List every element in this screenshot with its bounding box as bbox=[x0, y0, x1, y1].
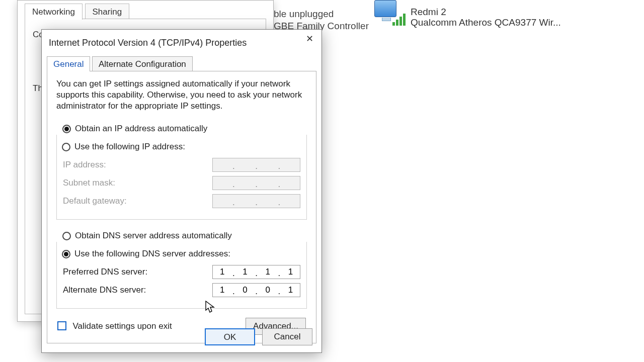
ipv4-properties-dialog: Internet Protocol Version 4 (TCP/IPv4) P… bbox=[41, 29, 322, 353]
alternate-dns-label: Alternate DNS server: bbox=[63, 285, 146, 295]
close-button[interactable]: ✕ bbox=[297, 30, 321, 50]
default-gateway-input: . . . bbox=[212, 194, 300, 208]
tab-page-general: You can get IP settings assigned automat… bbox=[47, 71, 316, 343]
radio-obtain-dns-auto[interactable]: Obtain DNS server address automatically bbox=[62, 229, 307, 243]
dialog-title: Internet Protocol Version 4 (TCP/IPv4) P… bbox=[42, 30, 321, 48]
subnet-mask-input: . . . bbox=[212, 176, 300, 190]
bg-connection-status: ble unplugged GBE Family Controller bbox=[274, 8, 369, 32]
ip-address-input: . . . bbox=[212, 158, 300, 172]
ip-address-label: IP address: bbox=[63, 160, 106, 170]
preferred-dns-label: Preferred DNS server: bbox=[63, 267, 147, 277]
wifi-connection-text: Redmi 2 Qualcomm Atheros QCA9377 Wir... bbox=[411, 7, 561, 28]
radio-icon bbox=[62, 125, 71, 133]
preferred-dns-input[interactable]: 1. 1. 1. 1 bbox=[212, 265, 300, 279]
radio-icon bbox=[62, 232, 71, 240]
description-text: You can get IP settings assigned automat… bbox=[56, 78, 307, 112]
radio-icon bbox=[62, 250, 70, 258]
radio-label: Use the following IP address: bbox=[74, 142, 185, 152]
close-icon: ✕ bbox=[306, 34, 313, 44]
radio-use-dns[interactable]: Use the following DNS server addresses: bbox=[62, 247, 300, 261]
radio-label: Use the following DNS server addresses: bbox=[74, 249, 230, 259]
tab-networking[interactable]: Networking bbox=[25, 4, 83, 20]
dns-group: Use the following DNS server addresses: … bbox=[56, 242, 307, 309]
cancel-button[interactable]: Cancel bbox=[262, 328, 312, 345]
tab-alternate-configuration[interactable]: Alternate Configuration bbox=[92, 56, 193, 71]
radio-label: Obtain an IP address automatically bbox=[75, 124, 207, 134]
ok-button[interactable]: OK bbox=[205, 328, 255, 345]
tab-sharing[interactable]: Sharing bbox=[85, 4, 130, 20]
subnet-mask-label: Subnet mask: bbox=[63, 178, 115, 188]
radio-label: Obtain DNS server address automatically bbox=[75, 231, 232, 241]
tab-general[interactable]: General bbox=[47, 56, 90, 71]
ip-address-group: Use the following IP address: IP address… bbox=[56, 135, 307, 220]
radio-icon bbox=[62, 143, 70, 151]
alternate-dns-input[interactable]: 1. 0. 0. 1 bbox=[212, 283, 300, 297]
default-gateway-label: Default gateway: bbox=[63, 196, 127, 206]
wifi-signal-icon bbox=[392, 13, 408, 28]
validate-checkbox[interactable]: Validate settings upon exit bbox=[57, 321, 172, 331]
radio-obtain-ip-auto[interactable]: Obtain an IP address automatically bbox=[62, 122, 307, 136]
radio-use-ip[interactable]: Use the following IP address: bbox=[62, 140, 300, 154]
checkbox-icon bbox=[57, 321, 66, 330]
validate-label: Validate settings upon exit bbox=[72, 321, 172, 331]
